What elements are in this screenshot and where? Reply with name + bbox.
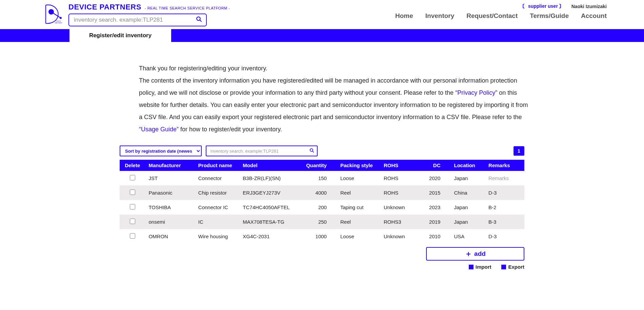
svg-point-6 <box>197 17 200 21</box>
cell-remarks: B-2 <box>485 200 524 215</box>
user-role: 〘 supplier user 〙 <box>522 3 564 9</box>
inventory-search-input[interactable] <box>206 146 318 156</box>
brand-subtitle: - REAL TIME SEARCH SERVICE PLATFORM - <box>145 6 230 10</box>
cell-quantity: 200 <box>301 200 337 215</box>
sort-select[interactable]: Sort by registration date (newest first) <box>120 146 202 156</box>
pagination: 1 <box>514 146 524 156</box>
header: DEVICE PARTNERS DEVICE PARTNERS - REAL T… <box>0 0 644 29</box>
user-name: Naoki Izumizaki <box>571 4 607 9</box>
col-rohs: ROHS <box>380 160 420 171</box>
col-model: Model <box>239 160 300 171</box>
brand-title: DEVICE PARTNERS <box>68 3 141 12</box>
cell-quantity: 150 <box>301 171 337 185</box>
cell-manufacturer: TOSHIBA <box>145 200 195 215</box>
cell-location: China <box>450 185 485 200</box>
intro-text: Thank you for registering/editing your i… <box>139 62 532 146</box>
cell-model: ERJ3GEYJ273V <box>239 185 300 200</box>
cell-rohs: Unknown <box>380 200 420 215</box>
header-search <box>68 14 207 26</box>
cell-rohs: Unknown <box>380 229 420 244</box>
cell-dc: 2023 <box>420 200 451 215</box>
table-row[interactable]: onsemiICMAX708TESA-TG250ReelROHS32019Jap… <box>120 215 524 229</box>
cell-rohs: ROHS <box>380 171 420 185</box>
cell-packing: Loose <box>337 171 380 185</box>
cell-location: Japan <box>450 215 485 229</box>
cell-product: Chip resistor <box>195 185 240 200</box>
cell-remarks: Remarks <box>485 171 524 185</box>
cell-product: IC <box>195 215 240 229</box>
search-icon[interactable] <box>196 16 202 24</box>
svg-line-7 <box>200 20 201 22</box>
cell-packing: Reel <box>337 215 380 229</box>
cell-manufacturer: onsemi <box>145 215 195 229</box>
intro-p1: Thank you for registering/editing your i… <box>139 65 267 72</box>
cell-product: Connector IC <box>195 200 240 215</box>
cell-location: USA <box>450 229 485 244</box>
cell-dc: 2015 <box>420 185 451 200</box>
cell-location: Japan <box>450 171 485 185</box>
cell-model: XG4C-2031 <box>239 229 300 244</box>
col-packing: Packing style <box>337 160 380 171</box>
nav-home[interactable]: Home <box>395 12 413 20</box>
col-product: Product name <box>195 160 240 171</box>
row-checkbox[interactable] <box>130 233 135 239</box>
table-row[interactable]: TOSHIBAConnector ICTC74HC4050AFTEL200Tap… <box>120 200 524 215</box>
cell-quantity: 250 <box>301 215 337 229</box>
header-right: 〘 supplier user 〙 Naoki Izumizaki Home I… <box>395 3 607 20</box>
square-icon <box>501 265 506 269</box>
col-delete: Delete <box>120 160 145 171</box>
export-button[interactable]: Export <box>501 264 524 270</box>
svg-point-3 <box>60 17 62 19</box>
usage-link[interactable]: “Usage Guide” <box>139 126 179 133</box>
cell-manufacturer: JST <box>145 171 195 185</box>
main-nav: Home Inventory Request/Contact Terms/Gui… <box>395 12 607 20</box>
row-checkbox[interactable] <box>130 219 135 224</box>
nav-inventory[interactable]: Inventory <box>425 12 455 20</box>
tab-register-edit[interactable]: Register/edit inventory <box>69 29 171 42</box>
svg-line-2 <box>51 12 61 18</box>
cell-remarks: B-3 <box>485 215 524 229</box>
row-checkbox[interactable] <box>130 190 135 195</box>
cell-manufacturer: Panasonic <box>145 185 195 200</box>
cell-product: Connector <box>195 171 240 185</box>
cell-rohs: ROHS <box>380 185 420 200</box>
svg-point-8 <box>310 149 313 151</box>
cell-manufacturer: OMRON <box>145 229 195 244</box>
table-row[interactable]: OMRONWire housingXG4C-20311000LooseUnkno… <box>120 229 524 244</box>
privacy-link[interactable]: “Privacy Policy” <box>455 89 497 96</box>
cell-packing: Taping cut <box>337 200 380 215</box>
table-row[interactable]: JSTConnectorB3B-ZR(LF)(SN)150LooseROHS20… <box>120 171 524 185</box>
nav-account[interactable]: Account <box>581 12 607 20</box>
square-icon <box>469 265 474 269</box>
cell-packing: Reel <box>337 185 380 200</box>
col-dc: DC <box>420 160 451 171</box>
row-checkbox[interactable] <box>130 175 135 180</box>
search-icon[interactable] <box>309 148 314 154</box>
svg-line-9 <box>313 151 314 152</box>
import-button[interactable]: Import <box>469 264 491 270</box>
col-quantity: Quantity <box>301 160 337 171</box>
col-manufacturer: Manufacturer <box>145 160 195 171</box>
row-checkbox[interactable] <box>130 204 135 209</box>
cell-model: MAX708TESA-TG <box>239 215 300 229</box>
page-1-button[interactable]: 1 <box>514 146 524 156</box>
nav-terms[interactable]: Terms/Guide <box>530 12 569 20</box>
brand-block: DEVICE PARTNERS DEVICE PARTNERS - REAL T… <box>39 3 230 26</box>
intro-p2c: for how to register/edit your inventory. <box>179 126 282 133</box>
cell-product: Wire housing <box>195 229 240 244</box>
cell-dc: 2010 <box>420 229 451 244</box>
cell-remarks: D-3 <box>485 229 524 244</box>
bluebar: Register/edit inventory <box>0 29 644 42</box>
inventory-table: Delete Manufacturer Product name Model Q… <box>120 160 524 244</box>
col-remarks: Remarks <box>485 160 524 171</box>
plus-icon: ＋ <box>465 250 472 258</box>
cell-rohs: ROHS3 <box>380 215 420 229</box>
add-button[interactable]: ＋ add <box>426 247 524 261</box>
cell-dc: 2019 <box>420 215 451 229</box>
search-input[interactable] <box>68 14 207 26</box>
cell-packing: Loose <box>337 229 380 244</box>
table-row[interactable]: PanasonicChip resistorERJ3GEYJ273V4000Re… <box>120 185 524 200</box>
cell-location: Japan <box>450 200 485 215</box>
col-location: Location <box>450 160 485 171</box>
nav-request[interactable]: Request/Contact <box>466 12 518 20</box>
